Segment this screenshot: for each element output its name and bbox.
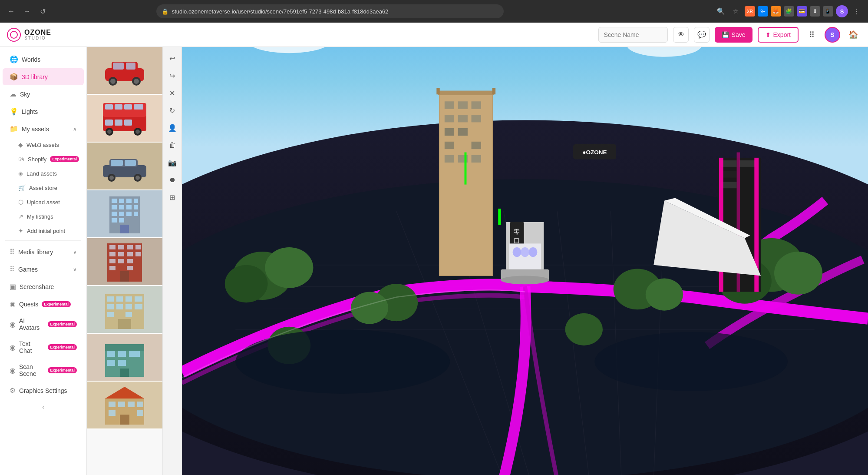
- ext-puzzle-icon[interactable]: 🧩: [784, 6, 794, 17]
- ext-fox-icon[interactable]: 🦊: [771, 6, 781, 17]
- sidebar-item-land-assets[interactable]: ◈ Land assets: [3, 166, 84, 180]
- svg-rect-135: [445, 101, 454, 109]
- scan-scene-label: Scan Scene: [19, 363, 44, 377]
- svg-point-162: [521, 247, 529, 257]
- sidebar-item-web3-assets[interactable]: ◆ Web3 assets: [3, 138, 84, 152]
- svg-rect-143: [445, 142, 454, 149]
- sky-icon: ☁: [10, 90, 17, 98]
- sidebar-item-ai-avatars[interactable]: ◉ AI Avatars Experimental: [3, 313, 84, 335]
- asset-store-icon: 🛒: [18, 184, 26, 191]
- address-bar[interactable]: 🔒 studio.ozonemetaverse.io/user/studio/s…: [156, 4, 504, 18]
- sidebar-item-upload-asset[interactable]: ⬡ Upload asset: [3, 195, 84, 209]
- svg-rect-49: [135, 245, 141, 249]
- sidebar-item-lights[interactable]: 💡 Lights: [3, 103, 84, 120]
- scene-name-input[interactable]: [598, 27, 668, 43]
- svg-rect-70: [125, 312, 132, 317]
- svg-rect-37: [134, 205, 138, 209]
- close-tool-button[interactable]: ✕: [165, 85, 180, 101]
- asset-thumb-4[interactable]: [87, 190, 162, 238]
- 3d-library-icon: 📦: [10, 73, 18, 81]
- sidebar-item-games[interactable]: ⠿ Games ∨: [3, 261, 84, 278]
- svg-rect-170: [498, 209, 501, 225]
- forward-button[interactable]: →: [21, 5, 33, 17]
- logo-inner: [10, 31, 18, 39]
- export-label: Export: [773, 31, 791, 38]
- asset-thumb-6[interactable]: [87, 286, 162, 334]
- listings-label: My listings: [27, 213, 53, 220]
- asset-thumb-7[interactable]: [87, 334, 162, 382]
- reload-button[interactable]: ↺: [36, 5, 49, 17]
- layers-tool-button[interactable]: ⊞: [165, 189, 180, 205]
- svg-rect-64: [135, 296, 142, 302]
- sidebar-item-text-chat[interactable]: ◉ Text Chat Experimental: [3, 336, 84, 359]
- viewport[interactable]: 零 口 地 区 ●OZONE: [182, 47, 868, 475]
- sidebar-item-worlds[interactable]: 🌐 Worlds: [3, 51, 84, 68]
- sidebar-item-asset-store[interactable]: 🛒 Asset store: [3, 181, 84, 195]
- asset-thumb-3[interactable]: [87, 143, 162, 190]
- sidebar-item-scan-scene[interactable]: ◉ Scan Scene Experimental: [3, 359, 84, 382]
- person-tool-button[interactable]: 👤: [165, 120, 180, 136]
- svg-rect-74: [107, 351, 115, 357]
- delete-tool-button[interactable]: 🗑: [165, 137, 180, 153]
- svg-rect-42: [112, 218, 117, 223]
- worlds-icon: 🌐: [10, 55, 18, 63]
- browser-avatar[interactable]: S: [836, 5, 848, 17]
- svg-rect-15: [115, 120, 122, 126]
- quests-label: Quests: [19, 301, 38, 308]
- top-bar: OZONE STUDIO 👁 💬 💾 Save ⬆ Export ⠿ S 🏠: [0, 23, 868, 47]
- export-button[interactable]: ⬆ Export: [758, 27, 799, 43]
- svg-point-18: [107, 130, 112, 134]
- games-icon: ⠿: [10, 265, 15, 273]
- camera-tool-button[interactable]: 📷: [165, 155, 180, 170]
- sidebar-item-my-assets[interactable]: 📁 My assets ∧: [3, 120, 84, 137]
- svg-rect-32: [126, 199, 132, 203]
- lights-label: Lights: [22, 108, 38, 115]
- browser-bookmark-icon[interactable]: ☆: [730, 5, 742, 17]
- ext-download-icon[interactable]: ⬇: [810, 6, 820, 17]
- user-avatar[interactable]: S: [825, 27, 840, 43]
- svg-rect-69: [107, 312, 114, 317]
- asset-thumb-8[interactable]: [87, 382, 162, 429]
- graphics-label: Graphics Settings: [19, 387, 67, 394]
- ext-xr-icon[interactable]: XR: [745, 6, 755, 17]
- sky-label: Sky: [20, 91, 30, 98]
- svg-point-121: [565, 313, 603, 345]
- browser-menu-icon[interactable]: ⋮: [851, 5, 863, 17]
- redo-button[interactable]: ↪: [165, 68, 180, 83]
- grid-button[interactable]: ⠿: [804, 27, 819, 43]
- svg-rect-59: [127, 266, 133, 270]
- svg-rect-71: [118, 319, 131, 329]
- sidebar-collapse-button[interactable]: ‹: [5, 401, 81, 413]
- sidebar-item-screenshare[interactable]: ▣ Screenshare: [3, 278, 84, 295]
- sidebar-item-3d-library[interactable]: 📦 3D library: [3, 68, 84, 85]
- ext-wallet-icon[interactable]: 💳: [797, 6, 807, 17]
- sidebar-item-my-listings[interactable]: ↗ My listings: [3, 209, 84, 223]
- asset-thumb-5[interactable]: [87, 238, 162, 286]
- svg-rect-144: [472, 142, 481, 149]
- asset-thumb-1[interactable]: [87, 47, 162, 95]
- svg-rect-34: [112, 205, 117, 209]
- lights-icon: 💡: [10, 107, 18, 116]
- sidebar-item-sky[interactable]: ☁ Sky: [3, 86, 84, 103]
- sidebar-item-media-library[interactable]: ⠿ Media library ∨: [3, 243, 84, 260]
- undo-button[interactable]: ↩: [165, 50, 180, 66]
- sidebar-item-graphics-settings[interactable]: ⚙ Graphics Settings: [3, 382, 84, 399]
- sidebar-item-shopify[interactable]: 🛍 Shopify Experimental: [3, 152, 84, 166]
- svg-rect-138: [445, 115, 454, 122]
- sidebar-item-add-initial-point[interactable]: ✦ Add initial point: [3, 224, 84, 238]
- rotate-tool-button[interactable]: ↻: [165, 103, 180, 118]
- record-tool-button[interactable]: ⏺: [165, 172, 180, 188]
- svg-rect-10: [105, 104, 113, 110]
- ext-screen-icon[interactable]: 📱: [823, 6, 833, 17]
- asset-thumb-2[interactable]: [87, 95, 162, 143]
- save-button[interactable]: 💾 Save: [715, 27, 752, 43]
- browser-chrome: ← → ↺ 🔒 studio.ozonemetaverse.io/user/st…: [0, 0, 868, 23]
- browser-search-icon[interactable]: 🔍: [715, 5, 727, 17]
- eye-button[interactable]: 👁: [673, 27, 689, 43]
- comment-button[interactable]: 💬: [694, 27, 710, 43]
- home-button[interactable]: 🏠: [845, 27, 861, 43]
- svg-point-26: [109, 176, 114, 180]
- sidebar-item-quests[interactable]: ◉ Quests Experimental: [3, 296, 84, 312]
- back-button[interactable]: ←: [5, 5, 17, 17]
- ext-meta-icon[interactable]: 9+: [758, 6, 768, 17]
